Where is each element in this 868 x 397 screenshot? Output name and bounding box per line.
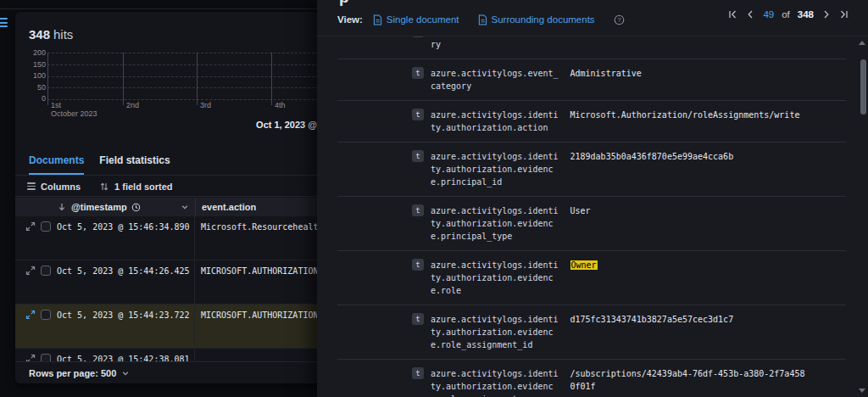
field-value: 2189dab35b0a436f870e5e99ae4cca6b <box>570 150 805 163</box>
grid-footer: Rows per page: 500 <box>15 361 319 383</box>
svg-text:?: ? <box>617 16 620 24</box>
chevron-down-icon <box>120 368 131 378</box>
field-value: Microsoft.Authorization/roleAssignments/… <box>570 109 805 121</box>
surrounding-documents-link[interactable]: Surrounding documents <box>478 14 595 25</box>
timestamp-cell: Oct 5, 2023 @ 15:44:23.722 <box>57 305 195 348</box>
x-tick-label: 1st <box>51 101 61 109</box>
row-controls <box>15 349 57 361</box>
columns-icon <box>27 181 36 192</box>
table-row[interactable]: Oct 5, 2023 @ 15:44:26.425 MICROSOFT.AUT… <box>15 260 319 305</box>
row-checkbox[interactable] <box>41 310 51 320</box>
field-name: azure.activitylogs.event_category <box>431 67 559 92</box>
x-tick-line <box>123 53 124 105</box>
field-name: azure.activitylogs.identity.authorizatio… <box>431 367 559 397</box>
sort-updown-icon <box>99 182 109 192</box>
previous-page-icon[interactable] <box>745 9 755 20</box>
x-tick-label: 3rd <box>200 101 211 109</box>
row-checkbox[interactable] <box>41 354 51 361</box>
x-tick-line <box>271 53 272 105</box>
pagination: 49 of 348 <box>727 9 849 20</box>
total-pages: 348 <box>798 9 814 20</box>
document-icon <box>478 14 487 25</box>
table-row[interactable]: Oct 5, 2023 @ 15:42:38.081 <box>15 349 319 361</box>
column-header-event-action[interactable]: event.action <box>196 202 256 212</box>
last-page-icon[interactable] <box>839 9 849 20</box>
row-checkbox[interactable] <box>41 266 51 276</box>
discover-panel: 348hits 200 150 100 50 0 <box>15 12 319 383</box>
document-flyout: p View: Single document Surrounding docu… <box>317 0 868 397</box>
tab-documents[interactable]: Documents <box>29 154 84 175</box>
expand-row-icon[interactable] <box>25 266 36 276</box>
row-controls <box>15 260 57 304</box>
field-name: azure.activitylogs.identity.authorizatio… <box>431 204 559 243</box>
table-row-selected[interactable]: Oct 5, 2023 @ 15:44:23.722 MICROSOFT.AUT… <box>15 305 319 349</box>
plot-area <box>47 53 319 99</box>
field-value: User <box>570 204 805 217</box>
string-field-token-icon: t <box>412 150 424 162</box>
field-row: t azure.activitylogs.identity.authorizat… <box>337 101 846 143</box>
table-row[interactable]: Oct 5, 2023 @ 15:46:34.890 Microsoft.Res… <box>15 216 319 260</box>
event-action-cell: MICROSOFT.AUTHORIZATION <box>195 305 319 348</box>
field-row: t azure.activitylogs.identity.authorizat… <box>337 143 846 197</box>
grid-header: @timestamp event.action <box>15 198 319 216</box>
y-tick: 0 <box>22 94 46 103</box>
string-field-token-icon: t <box>412 204 424 216</box>
view-label: View: <box>337 14 363 25</box>
menu-icon[interactable] <box>0 18 8 28</box>
x-tick-label: 2nd <box>126 101 139 109</box>
search-highlight: Owner <box>570 260 598 270</box>
field-value: d175fc31343741b3827a5e57cec3d1c7 <box>570 313 805 326</box>
field-name: azure.activitylogs.identity.authorizatio… <box>431 109 559 134</box>
field-row: t azure.activitylogs.category <box>337 36 846 59</box>
field-value: /subscriptions/42439ab4-76df-453b-a380-2… <box>570 367 805 393</box>
string-field-token-icon: t <box>412 313 424 325</box>
columns-button[interactable]: Columns <box>27 181 81 192</box>
scrollbar-down-arrow[interactable] <box>859 389 865 393</box>
field-value: Administrative <box>570 67 805 80</box>
row-checkbox[interactable] <box>41 221 51 232</box>
help-icon[interactable]: ? <box>614 14 625 25</box>
row-controls <box>15 216 57 260</box>
field-name: azure.activitylogs.identity.authorizatio… <box>431 313 559 351</box>
screen: 348hits 200 150 100 50 0 <box>0 0 868 397</box>
field-row: t azure.activitylogs.identity.authorizat… <box>337 305 846 360</box>
string-field-token-icon: t <box>412 367 424 379</box>
view-tabs: Documents Field statistics <box>15 154 319 176</box>
string-field-token-icon: t <box>412 67 424 79</box>
string-field-token-icon: t <box>412 36 424 37</box>
expand-row-icon[interactable] <box>25 221 36 232</box>
event-action-cell <box>195 349 319 361</box>
column-menu-chevron-icon[interactable] <box>180 202 190 212</box>
tab-field-statistics[interactable]: Field statistics <box>99 154 170 175</box>
x-axis-sublabel: October 2023 <box>51 109 97 118</box>
first-page-icon[interactable] <box>727 9 737 20</box>
sort-desc-icon <box>57 202 67 212</box>
discover-page: 348hits 200 150 100 50 0 <box>0 0 319 397</box>
x-tick-label: 4th <box>275 101 286 109</box>
hits-summary: 348hits <box>29 27 73 42</box>
document-icon <box>373 14 382 25</box>
sort-fields-button[interactable]: 1 field sorted <box>99 182 172 192</box>
field-row-highlighted: t azure.activitylogs.identity.authorizat… <box>337 251 846 305</box>
timestamp-cell: Oct 5, 2023 @ 15:46:34.890 <box>57 216 195 260</box>
rows-per-page-button[interactable]: Rows per page: 500 <box>29 368 131 378</box>
expand-row-icon[interactable] <box>25 354 36 361</box>
next-page-icon[interactable] <box>821 9 832 20</box>
clipped-flyout-title: p <box>339 0 373 6</box>
column-header-timestamp[interactable]: @timestamp <box>57 202 195 212</box>
field-name: azure.activitylogs.identity.authorizatio… <box>431 259 559 297</box>
field-name: azure.activitylogs.category <box>431 36 559 51</box>
pagination-of-label: of <box>782 9 790 20</box>
current-page: 49 <box>763 9 774 20</box>
single-document-link[interactable]: Single document <box>373 14 459 25</box>
y-tick: 50 <box>22 83 46 92</box>
string-field-token-icon: t <box>412 259 424 271</box>
scrollbar-thumb[interactable] <box>860 59 866 115</box>
y-tick: 100 <box>22 71 46 80</box>
header-divider <box>0 8 319 9</box>
x-tick-line <box>197 53 198 105</box>
grid-toolbar: Columns 1 field sorted <box>15 176 319 197</box>
scrollbar-up-arrow[interactable] <box>859 41 865 45</box>
expand-row-icon[interactable] <box>25 310 36 320</box>
field-row: t azure.activitylogs.identity.authorizat… <box>337 360 846 397</box>
